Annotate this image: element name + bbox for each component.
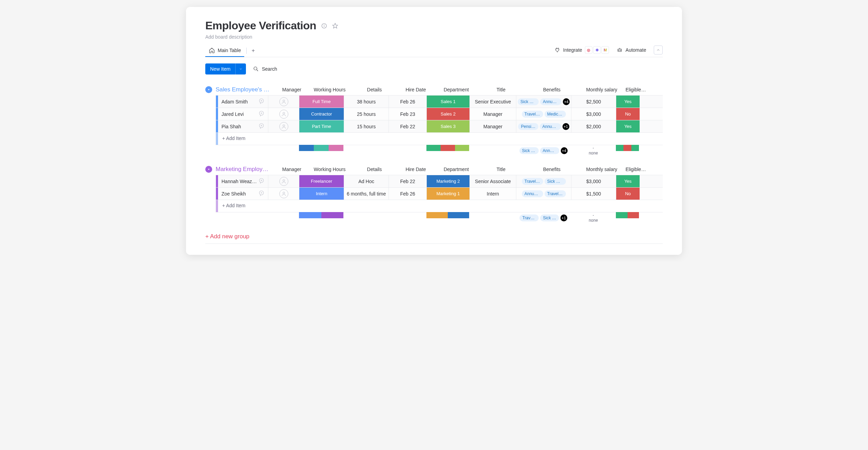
details-cell[interactable]: 25 hours: [344, 108, 389, 120]
column-header-details[interactable]: Details: [352, 164, 397, 175]
column-header-eligible[interactable]: Eligible f…: [624, 84, 648, 95]
hire-date-cell[interactable]: Feb 22: [389, 120, 427, 132]
column-header-hire_date[interactable]: Hire Date: [397, 84, 435, 95]
benefit-chip[interactable]: Sick D…: [519, 147, 539, 154]
salary-cell[interactable]: $3,000: [571, 108, 616, 120]
search-button[interactable]: Search: [253, 66, 277, 72]
details-cell[interactable]: 38 hours: [344, 96, 389, 108]
details-cell[interactable]: 6 months, full time: [344, 188, 389, 200]
title-cell[interactable]: Manager: [470, 120, 516, 132]
column-header-title[interactable]: Title: [478, 164, 524, 175]
comment-icon[interactable]: [258, 98, 265, 105]
details-cell[interactable]: 15 hours: [344, 120, 389, 132]
benefit-more[interactable]: +4: [561, 147, 568, 154]
department-cell[interactable]: Marketing 1: [427, 188, 470, 200]
benefit-more[interactable]: +1: [562, 123, 569, 130]
comment-icon[interactable]: [258, 190, 265, 197]
eligible-cell[interactable]: No: [616, 108, 640, 120]
hire-date-cell[interactable]: Feb 22: [389, 175, 427, 187]
eligible-cell[interactable]: No: [616, 188, 640, 200]
benefit-chip[interactable]: Sick …: [540, 214, 559, 221]
salary-cell[interactable]: $3,000: [571, 175, 616, 187]
details-cell[interactable]: Ad Hoc: [344, 175, 389, 187]
table-row[interactable]: Hannah Weaz…FreelancerAd HocFeb 22Market…: [216, 175, 663, 187]
benefit-chip[interactable]: Travel Allo…: [519, 214, 539, 221]
person-avatar[interactable]: [279, 177, 288, 186]
benefit-chip[interactable]: Annual Le…: [540, 123, 561, 130]
working-hours-cell[interactable]: Full Time: [299, 96, 344, 108]
column-header-department[interactable]: Department: [435, 84, 478, 95]
salary-cell[interactable]: $2,000: [571, 120, 616, 132]
benefit-chip[interactable]: Medical …: [545, 111, 566, 118]
column-header-working_hours[interactable]: Working Hours: [307, 84, 352, 95]
column-header-department[interactable]: Department: [435, 164, 478, 175]
working-hours-cell[interactable]: Intern: [299, 188, 344, 200]
benefit-chip[interactable]: Sick D…: [518, 98, 539, 105]
benefits-cell[interactable]: Travel Allow…Sick D…: [516, 175, 571, 187]
benefit-chip[interactable]: Travel Allow…: [522, 178, 543, 185]
working-hours-cell[interactable]: Part Time: [299, 120, 344, 132]
group-toggle[interactable]: [205, 166, 212, 173]
add-item-row[interactable]: + Add Item: [216, 132, 663, 145]
column-header-monthly_salary[interactable]: Monthly salary: [579, 84, 624, 95]
comment-icon[interactable]: [258, 110, 265, 118]
hire-date-cell[interactable]: Feb 26: [389, 96, 427, 108]
working-hours-cell[interactable]: Contractor: [299, 108, 344, 120]
add-item-row[interactable]: + Add Item: [216, 200, 663, 212]
group-title[interactable]: Marketing Employ…: [216, 166, 276, 173]
eligible-cell[interactable]: Yes: [616, 175, 640, 187]
salary-cell[interactable]: $1,500: [571, 188, 616, 200]
add-new-group-button[interactable]: + Add new group: [205, 233, 249, 240]
benefit-chip[interactable]: Annual L…: [540, 147, 559, 154]
table-row[interactable]: Pia ShahPart Time15 hoursFeb 22Sales 3Ma…: [216, 120, 663, 132]
column-header-manager[interactable]: Manager: [276, 84, 307, 95]
board-description[interactable]: Add board description: [205, 34, 663, 40]
manager-cell[interactable]: [268, 108, 299, 120]
person-avatar[interactable]: [279, 122, 288, 131]
benefits-cell[interactable]: Pensi…Annual Le…+1: [516, 120, 571, 132]
department-cell[interactable]: Marketing 2: [427, 175, 470, 187]
group-title[interactable]: Sales Employee's …: [216, 86, 276, 93]
column-header-eligible[interactable]: Eligible f…: [624, 164, 648, 175]
benefits-cell[interactable]: Sick D…Annual L…+4: [516, 96, 571, 108]
benefit-chip[interactable]: Annual L…: [540, 98, 561, 105]
info-icon[interactable]: [321, 23, 327, 29]
department-cell[interactable]: Sales 3: [427, 120, 470, 132]
table-row[interactable]: Zoe SheikhIntern6 months, full timeFeb 2…: [216, 187, 663, 200]
eligible-cell[interactable]: Yes: [616, 120, 640, 132]
department-cell[interactable]: Sales 1: [427, 96, 470, 108]
manager-cell[interactable]: [268, 188, 299, 200]
benefit-more[interactable]: +1: [560, 214, 567, 221]
department-cell[interactable]: Sales 2: [427, 108, 470, 120]
item-name-cell[interactable]: Jared Levi: [218, 108, 268, 120]
collapse-header-button[interactable]: [654, 46, 663, 54]
title-cell[interactable]: Senior Associate: [470, 175, 516, 187]
star-icon[interactable]: [332, 23, 338, 29]
person-avatar[interactable]: [279, 97, 288, 106]
title-cell[interactable]: Manager: [470, 108, 516, 120]
column-header-manager[interactable]: Manager: [276, 164, 307, 175]
benefit-chip[interactable]: Sick D…: [545, 178, 566, 185]
hire-date-cell[interactable]: Feb 23: [389, 108, 427, 120]
table-row[interactable]: Adam SmithFull Time38 hoursFeb 26Sales 1…: [216, 95, 663, 108]
benefits-cell[interactable]: Annual …Travel Allo…: [516, 188, 571, 200]
group-toggle[interactable]: [205, 86, 212, 93]
benefit-more[interactable]: +4: [563, 98, 570, 105]
item-name-cell[interactable]: Adam Smith: [218, 96, 268, 108]
hire-date-cell[interactable]: Feb 26: [389, 188, 427, 200]
comment-icon[interactable]: [258, 178, 265, 185]
column-header-benefits[interactable]: Benefits: [524, 84, 579, 95]
column-header-benefits[interactable]: Benefits: [524, 164, 579, 175]
column-header-hire_date[interactable]: Hire Date: [397, 164, 435, 175]
item-name-cell[interactable]: Hannah Weaz…: [218, 175, 268, 187]
benefit-chip[interactable]: Annual …: [522, 190, 543, 197]
person-avatar[interactable]: [279, 110, 288, 119]
salary-cell[interactable]: $2,500: [571, 96, 616, 108]
benefit-chip[interactable]: Travel All…: [522, 111, 543, 118]
benefit-chip[interactable]: Pensi…: [518, 123, 538, 130]
item-name-cell[interactable]: Zoe Sheikh: [218, 188, 268, 200]
benefit-chip[interactable]: Travel Allo…: [545, 190, 566, 197]
automate-button[interactable]: Automate: [617, 47, 646, 53]
working-hours-cell[interactable]: Freelancer: [299, 175, 344, 187]
eligible-cell[interactable]: Yes: [616, 96, 640, 108]
